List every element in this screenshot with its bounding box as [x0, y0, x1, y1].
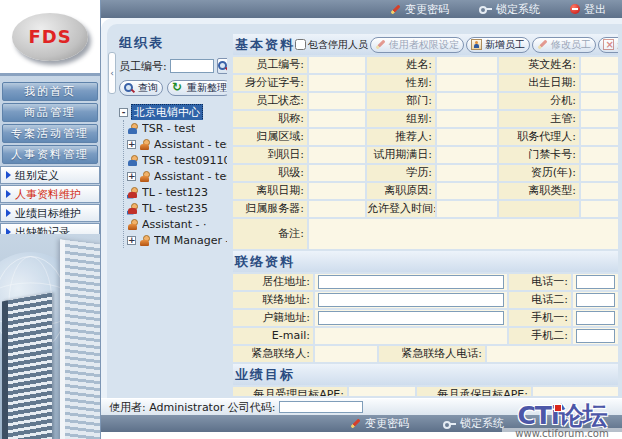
sidebar-item-campaigns[interactable]: 专案活动管理	[2, 124, 98, 143]
tree-item[interactable]: TSR - test091108	[127, 152, 227, 168]
tree-item[interactable]: TL - test235	[127, 200, 227, 216]
field-label: 每月受理目标APE:	[233, 387, 347, 396]
field-value	[309, 93, 365, 109]
employee-form-panel: 基本资料 包含停用人员 使用者权限设定 新增员工	[233, 34, 618, 396]
performance-target-header: 业绩目标	[233, 364, 618, 385]
people-icon	[127, 203, 139, 214]
registered-address-input[interactable]	[318, 311, 504, 325]
email-label: E-mail:	[233, 328, 313, 344]
field-value	[581, 75, 618, 91]
refresh-button[interactable]: 重新整理	[167, 80, 227, 96]
field-value	[437, 165, 497, 181]
sidebar-subitem-group-define[interactable]: 组别定义	[0, 166, 100, 184]
field-value	[533, 387, 618, 396]
basic-info-row: 离职日期: 离职原因: 离职类型:	[233, 183, 618, 199]
tree-item[interactable]: TL - test123	[127, 184, 227, 200]
tree-item[interactable]: Assistant - ·	[127, 216, 227, 232]
tree-item[interactable]: + Assistant - test114	[127, 168, 227, 184]
person-blue-icon	[127, 155, 139, 166]
sidebar-artwork	[0, 234, 100, 439]
change-password-button-bottom[interactable]: 变更密码	[350, 416, 409, 431]
sidebar-item-hr[interactable]: 人事资料管理	[2, 145, 98, 164]
contact-info-header: 联络资料	[233, 251, 618, 272]
field-label: 试用期满日:	[367, 147, 435, 163]
lock-system-button[interactable]: 锁定系统	[479, 2, 540, 17]
contact-address-input[interactable]	[318, 293, 504, 307]
sidebar: FDS 我的首页 商品管理 专案活动管理 人事资料管理 组别定义 人事资料维护 …	[0, 0, 101, 439]
field-label: 离职原因:	[367, 183, 435, 199]
phone1-input[interactable]	[576, 275, 615, 289]
field-value	[581, 129, 618, 145]
tree-item[interactable]: + Assistant - test	[127, 136, 227, 152]
employee-no-input[interactable]	[170, 59, 214, 73]
field-value	[437, 183, 497, 199]
basic-info-row: 员工编号: 姓名: 英文姓名:	[233, 57, 618, 73]
employee-no-label: 员工编号:	[119, 59, 167, 74]
magnifier-icon	[124, 83, 135, 94]
company-code-input[interactable]	[279, 401, 363, 413]
current-user-text: 使用者: Administrator 公司代码:	[109, 400, 275, 415]
tree-root[interactable]: - 北京电销中心	[119, 104, 227, 120]
add-employee-button[interactable]: 新增员工	[466, 37, 530, 53]
people-icon	[127, 187, 139, 198]
edit-employee-button[interactable]: 修改员工	[532, 37, 596, 53]
quick-search-button[interactable]	[217, 58, 227, 74]
key-icon	[479, 4, 492, 14]
tree-collapse-toggle[interactable]: -	[119, 108, 128, 117]
field-value	[437, 57, 497, 73]
field-label: 员工编号:	[233, 57, 307, 73]
app-window: FDS 我的首页 商品管理 专案活动管理 人事资料管理 组别定义 人事资料维护 …	[0, 0, 622, 439]
field-value	[581, 183, 618, 199]
permission-settings-button[interactable]: 使用者权限设定	[370, 37, 464, 53]
field-label: 学历:	[367, 165, 435, 181]
delete-x-icon	[603, 39, 614, 50]
sidebar-item-home[interactable]: 我的首页	[2, 82, 98, 101]
delete-employee-button[interactable]: 删除员工	[598, 37, 618, 53]
mobile1-input[interactable]	[576, 311, 615, 325]
contact-row: 户籍地址: 手机一:	[233, 310, 618, 326]
logout-button[interactable]: 登出	[570, 2, 606, 17]
person-plus-icon	[471, 39, 482, 50]
field-label: 分机:	[499, 93, 579, 109]
pencil-icon	[390, 4, 401, 15]
arrow-right-icon	[6, 190, 11, 198]
phone2-input[interactable]	[576, 293, 615, 307]
field-label: 归属服务器:	[233, 201, 307, 217]
field-label: 职务代理人:	[499, 129, 579, 145]
residence-address-input[interactable]	[318, 275, 504, 289]
sidebar-subitem-hr-maintain[interactable]: 人事资料维护	[0, 185, 100, 203]
basic-info-row: 归属区域: 推荐人: 职务代理人:	[233, 129, 618, 145]
field-value	[309, 111, 365, 127]
content-area: 组织表 员工编号: 查询	[101, 18, 622, 398]
pencil-icon	[537, 39, 548, 50]
include-inactive-checkbox[interactable]	[295, 39, 306, 50]
fds-logo-text: FDS	[28, 26, 71, 47]
field-label: 姓名:	[367, 57, 435, 73]
lock-system-button-bottom[interactable]: 锁定系统	[443, 416, 504, 431]
tree-expand-toggle[interactable]: +	[127, 236, 136, 245]
sidebar-item-products[interactable]: 商品管理	[2, 103, 98, 122]
field-label: 到职日:	[233, 147, 307, 163]
sidebar-subitem-target-maintain[interactable]: 业绩目标维护	[0, 204, 100, 222]
mobile2-input[interactable]	[576, 329, 615, 343]
contact-row: E-mail: 手机二:	[233, 328, 618, 344]
field-label: 离职日期:	[233, 183, 307, 199]
tree-expand-toggle[interactable]: +	[127, 172, 136, 181]
collapse-tree-handle[interactable]	[108, 52, 116, 94]
remark-row: 备注:	[233, 219, 618, 249]
building-graphic	[60, 239, 100, 439]
change-password-button[interactable]: 变更密码	[390, 2, 449, 17]
tree-expand-toggle[interactable]: +	[127, 140, 136, 149]
top-bar: 变更密码 锁定系统 登出	[101, 0, 622, 18]
basic-info-row: 归属服务器: 允许登入时间:	[233, 201, 618, 217]
field-label: 身分证字号:	[233, 75, 307, 91]
basic-info-row: 职称: 组别: 主管:	[233, 111, 618, 127]
tree-item[interactable]: + TM Manager - :	[127, 232, 227, 248]
tree-item[interactable]: TSR - test	[127, 120, 227, 136]
mobile2-label: 手机二:	[509, 328, 571, 344]
field-value	[437, 129, 497, 145]
search-button[interactable]: 查询	[119, 80, 163, 96]
field-value	[309, 165, 365, 181]
pencil-icon	[350, 418, 361, 429]
emergency-contact-row: 紧急联络人: 紧急联络人电话:	[233, 346, 618, 362]
